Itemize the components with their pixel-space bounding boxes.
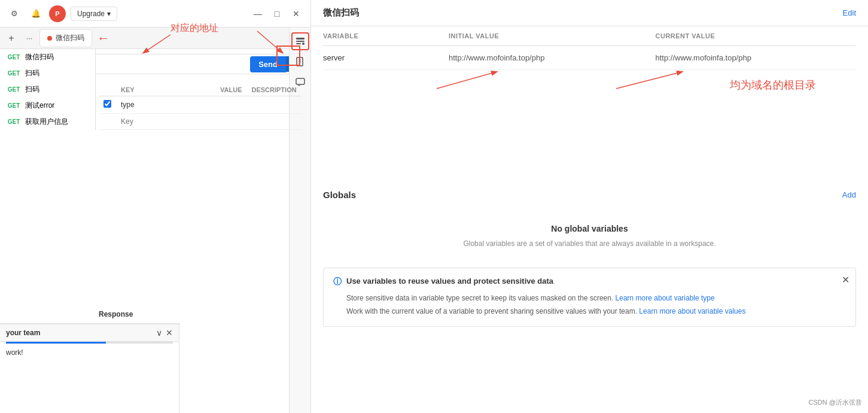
sidebar-item-label: 扫码 — [25, 84, 39, 95]
info-link-1[interactable]: Learn more about variable type — [616, 294, 715, 302]
variable-row-server: server http://www.mofoinfa.top/php http:… — [323, 46, 856, 70]
sidebar-list: GET 微信扫码 GET 扫码 GET 扫码 GET 测试error GET 获… — [0, 49, 96, 130]
globals-title: Globals — [323, 190, 356, 200]
method-tag-get: GET — [5, 86, 23, 93]
sidebar-item-label: 测试error — [25, 101, 54, 111]
sidebar-item-scan1[interactable]: GET 扫码 — [0, 65, 95, 81]
bell-icon[interactable]: 🔔 — [28, 5, 44, 22]
variables-section: VARIABLE INITIAL VALUE CURRENT VALUE ser… — [311, 26, 868, 70]
current-value-col-header: CURRENT VALUE — [656, 32, 857, 40]
close-panel-button[interactable]: ✕ — [166, 328, 173, 338]
root-annotation-text: 均为域名的根目录 — [730, 79, 816, 91]
globals-header: Globals Add — [323, 190, 856, 200]
right-panel-header: 微信扫码 Edit — [311, 0, 868, 26]
add-global-link[interactable]: Add — [842, 190, 856, 199]
no-globals-section: No global variables Global variables are… — [323, 212, 856, 262]
minimize-button[interactable]: — — [249, 5, 266, 22]
top-bar: ⚙ 🔔 P Upgrade ▾ — □ ✕ — [0, 0, 310, 28]
tab-wechat-qr[interactable]: 微信扫码 — [39, 29, 92, 47]
param-row-type: type — [99, 96, 301, 114]
sidebar-item-test-error[interactable]: GET 测试error — [0, 98, 95, 114]
sidebar-item-label: 微信扫码 — [25, 52, 54, 62]
param-key: type — [116, 96, 215, 114]
param-new-row — [99, 114, 301, 130]
param-value — [215, 96, 246, 114]
watermark: CSDN @沂水弦音 — [809, 398, 862, 407]
params-table: KEY VALUE DESCRIPTION type — [99, 84, 301, 130]
new-tab-button[interactable]: + — [4, 31, 19, 46]
params-area: KEY VALUE DESCRIPTION type — [93, 78, 289, 136]
initial-value-col-header: INITIAL VALUE — [449, 32, 650, 40]
info-link-2[interactable]: Learn more about variable values — [639, 307, 745, 315]
bottom-panel-header: your team ∨ ✕ — [0, 324, 179, 342]
method-tag-get: GET — [5, 54, 23, 60]
method-tag-get: GET — [5, 70, 23, 77]
value-column-header: VALUE — [215, 84, 246, 96]
upgrade-dropdown-icon: ▾ — [107, 10, 111, 18]
upgrade-button[interactable]: Upgrade ▾ — [71, 7, 117, 21]
info-banner-title: Use variables to reuse values and protec… — [346, 277, 553, 286]
sidebar-item-scan2[interactable]: GET 扫码 — [0, 81, 95, 98]
avatar-icon[interactable]: P — [49, 5, 66, 22]
method-tag-get: GET — [5, 102, 23, 109]
send-button[interactable]: Send — [250, 56, 286, 72]
param-desc — [246, 96, 301, 114]
info-banner-title-row: ⓘ Use variables to reuse values and prot… — [333, 277, 846, 287]
variables-table-header: VARIABLE INITIAL VALUE CURRENT VALUE — [323, 26, 856, 46]
variables-icon[interactable] — [291, 32, 309, 50]
desc-column-header: DESCRIPTION — [246, 84, 301, 96]
root-annotation: 均为域名的根目录 — [730, 78, 816, 92]
sidebar-item-label: 获取用户信息 — [25, 117, 68, 127]
left-panel: ⚙ 🔔 P Upgrade ▾ — □ ✕ + ··· 微信扫码 ← — [0, 0, 311, 413]
svg-rect-1 — [296, 41, 304, 42]
info-banner: ⓘ Use variables to reuse values and prot… — [323, 268, 856, 327]
variable-name: server — [323, 53, 443, 62]
bottom-panel: your team ∨ ✕ work! — [0, 323, 179, 413]
sidebar-item-user-info[interactable]: GET 获取用户信息 — [0, 114, 95, 130]
param-checkbox[interactable] — [103, 100, 111, 108]
key-column-header: KEY — [116, 84, 215, 96]
window-controls: — □ ✕ — [249, 5, 304, 22]
edit-link[interactable]: Edit — [843, 8, 856, 17]
info-text-1: Store sensitive data in variable type se… — [346, 294, 613, 302]
panel-controls: ∨ ✕ — [156, 328, 173, 338]
info-icon: ⓘ — [333, 277, 342, 287]
svg-rect-0 — [296, 38, 304, 40]
response-label: Response — [93, 305, 289, 323]
workspace-text: work! — [0, 344, 179, 362]
variable-col-header: VARIABLE — [323, 32, 443, 40]
collapse-panel-button[interactable]: ∨ — [156, 328, 162, 338]
no-globals-desc: Global variables are a set of variables … — [323, 238, 856, 250]
no-globals-title: No global variables — [323, 224, 856, 233]
sidebar-item-wechat-qr[interactable]: GET 微信扫码 — [0, 49, 95, 65]
new-key-input[interactable] — [121, 117, 211, 126]
tab-dot — [47, 36, 52, 41]
right-panel: 微信扫码 Edit VARIABLE INITIAL VALUE CURRENT… — [311, 0, 868, 413]
svg-point-3 — [302, 42, 304, 45]
close-banner-button[interactable]: ✕ — [842, 274, 849, 286]
info-text-2: Work with the current value of a variabl… — [346, 307, 637, 315]
maximize-button[interactable]: □ — [269, 5, 285, 22]
variable-initial-value: http://www.mofoinfa.top/php — [449, 53, 650, 62]
variable-current-value: http://www.mofoinfa.top/php — [656, 53, 857, 62]
docs-icon[interactable] — [291, 53, 309, 71]
tabs-row: + ··· 微信扫码 ← — [0, 28, 310, 49]
bottom-panel-title: your team — [6, 329, 40, 337]
tab-label: 微信扫码 — [56, 33, 84, 43]
info-banner-body: Store sensitive data in variable type se… — [333, 292, 846, 318]
svg-rect-2 — [296, 43, 301, 44]
sidebar-item-label: 扫码 — [25, 68, 39, 78]
tabs-more-button[interactable]: ··· — [22, 31, 37, 46]
upgrade-label: Upgrade — [77, 10, 105, 18]
method-tag-get: GET — [5, 119, 23, 125]
env-title: 微信扫码 — [323, 7, 359, 19]
globals-section: Globals Add No global variables Global v… — [311, 190, 868, 262]
settings-icon[interactable]: ⚙ — [6, 5, 23, 22]
close-button[interactable]: ✕ — [288, 5, 304, 22]
